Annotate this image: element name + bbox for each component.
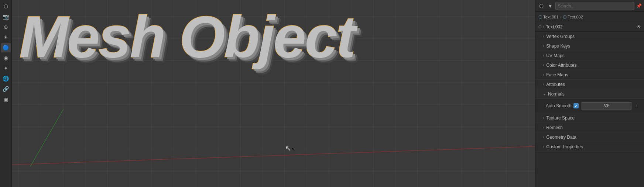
breadcrumb-parent-label: Text.001 bbox=[543, 15, 559, 19]
prop-label-normals: Normals bbox=[548, 91, 565, 97]
3d-viewport-text: Mesh Object bbox=[19, 7, 354, 66]
prop-label-attributes: Attributes bbox=[546, 82, 565, 87]
prop-arrow-face-maps: › bbox=[543, 73, 544, 77]
prop-arrow-color-attributes: › bbox=[543, 63, 544, 67]
auto-smooth-row: Auto Smooth ⋮ bbox=[546, 101, 640, 111]
prop-label-shape-keys: Shape Keys bbox=[546, 44, 570, 49]
prop-vertex-groups[interactable]: › Vertex Groups bbox=[535, 32, 644, 41]
sidebar-icon-camera[interactable]: 📷 bbox=[1, 12, 11, 21]
prop-arrow-attributes: › bbox=[543, 82, 544, 86]
breadcrumb-parent[interactable]: ⬡ Text.001 bbox=[538, 14, 559, 20]
prop-normals[interactable]: ⌄ Normals bbox=[535, 89, 644, 99]
prop-shape-keys[interactable]: › Shape Keys bbox=[535, 41, 644, 51]
prop-arrow-vertex-groups: › bbox=[543, 34, 544, 38]
prop-attributes[interactable]: › Attributes bbox=[535, 80, 644, 89]
sidebar-icon-particles[interactable]: ✦ bbox=[1, 63, 11, 73]
viewport[interactable]: Mesh Object ↖ bbox=[12, 0, 535, 187]
sidebar-icon-mesh[interactable]: ⬡ bbox=[1, 1, 11, 11]
breadcrumb-separator: › bbox=[560, 15, 562, 19]
auto-smooth-menu-icon[interactable]: ⋮ bbox=[634, 103, 640, 108]
sidebar-icon-physics[interactable]: 🌐 bbox=[1, 74, 11, 83]
prop-label-vertex-groups: Vertex Groups bbox=[546, 34, 575, 39]
prop-arrow-remesh: › bbox=[543, 125, 544, 129]
prop-uv-maps[interactable]: › UV Maps bbox=[535, 51, 644, 60]
auto-smooth-angle-input[interactable] bbox=[581, 102, 632, 110]
breadcrumb-current-label: Text.002 bbox=[568, 15, 583, 19]
prop-label-color-attributes: Color Attributes bbox=[546, 63, 576, 68]
normals-sub-panel: Auto Smooth ⋮ bbox=[535, 99, 644, 113]
prop-remesh[interactable]: › Remesh bbox=[535, 123, 644, 132]
auto-smooth-checkbox[interactable] bbox=[573, 103, 579, 108]
prop-geometry-data[interactable]: › Geometry Data bbox=[535, 132, 644, 142]
prop-label-geometry-data: Geometry Data bbox=[546, 135, 576, 140]
sidebar-icon-light[interactable]: ☀ bbox=[1, 32, 11, 42]
sidebar-icon-data[interactable]: ◉ bbox=[1, 53, 11, 63]
prop-arrow-shape-keys: › bbox=[543, 44, 544, 48]
sidebar-icon-add[interactable]: ⊕ bbox=[1, 22, 11, 32]
prop-label-texture-space: Texture Space bbox=[546, 115, 575, 121]
properties-list: › Vertex Groups › Shape Keys › UV Maps ›… bbox=[535, 32, 644, 187]
prop-arrow-custom-properties: › bbox=[543, 145, 544, 149]
right-panel: ⬡ ▼ 📌 ⬡ Text.001 › ⬡ Text.002 ⬡ › Text.0… bbox=[535, 0, 644, 187]
prop-label-custom-properties: Custom Properties bbox=[546, 144, 583, 149]
prop-label-remesh: Remesh bbox=[546, 125, 563, 130]
properties-icon[interactable]: ⬡ bbox=[538, 2, 545, 10]
sidebar-icon-object[interactable]: ▣ bbox=[1, 94, 11, 104]
auto-smooth-label: Auto Smooth bbox=[546, 103, 571, 108]
prop-face-maps[interactable]: › Face Maps bbox=[535, 70, 644, 80]
sidebar-icon-constraints[interactable]: 🔗 bbox=[1, 84, 11, 94]
panel-toolbar: ⬡ ▼ 📌 bbox=[535, 0, 644, 12]
prop-custom-properties[interactable]: › Custom Properties bbox=[535, 142, 644, 152]
left-sidebar: ⬡ 📷 ⊕ ☀ 🔵 ◉ ✦ 🌐 🔗 ▣ bbox=[0, 0, 12, 187]
object-expand-arrow: ⬡ bbox=[538, 25, 542, 29]
sidebar-icon-material[interactable]: 🔵 bbox=[1, 43, 11, 52]
pin-icon[interactable]: 📌 bbox=[636, 3, 642, 9]
prop-arrow-geometry-data: › bbox=[543, 135, 544, 139]
prop-label-face-maps: Face Maps bbox=[546, 72, 568, 77]
search-input[interactable] bbox=[555, 2, 634, 10]
object-header[interactable]: ⬡ › Text.002 👁 bbox=[535, 22, 644, 32]
prop-label-uv-maps: UV Maps bbox=[546, 53, 564, 58]
prop-arrow-uv-maps: › bbox=[543, 53, 544, 58]
prop-arrow-normals: ⌄ bbox=[543, 92, 546, 96]
panel-menu-icon[interactable]: ▼ bbox=[547, 2, 554, 10]
breadcrumb-current[interactable]: ⬡ Text.002 bbox=[563, 14, 583, 20]
object-chevron: › bbox=[543, 25, 544, 29]
breadcrumb: ⬡ Text.001 › ⬡ Text.002 bbox=[535, 12, 644, 22]
parent-mesh-icon: ⬡ bbox=[538, 14, 542, 20]
prop-color-attributes[interactable]: › Color Attributes bbox=[535, 60, 644, 70]
prop-texture-space[interactable]: › Texture Space bbox=[535, 113, 644, 123]
visibility-icon[interactable]: 👁 bbox=[637, 24, 641, 30]
prop-arrow-texture-space: › bbox=[543, 116, 544, 120]
object-name: Text.002 bbox=[546, 24, 635, 30]
current-mesh-icon: ⬡ bbox=[563, 14, 566, 20]
